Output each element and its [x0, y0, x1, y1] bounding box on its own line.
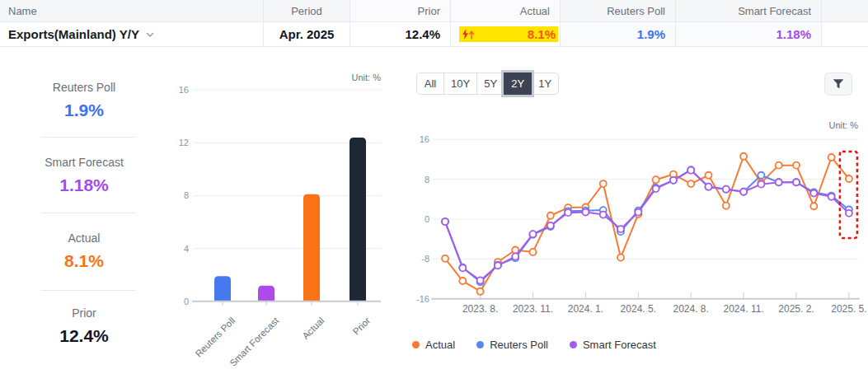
chart-legend: ActualReuters PollSmart Forecast	[412, 339, 656, 351]
data-point	[600, 212, 607, 218]
data-point	[530, 249, 537, 255]
line-x-label: 2024. 1.	[568, 303, 603, 315]
history-line-chart: Unit: %1680-8-162023. 8.2023. 11.2024. 1…	[408, 107, 868, 323]
summary-panel: Reuters Poll1.9%Smart Forecast1.18%Actua…	[0, 47, 161, 374]
summary-label: Actual	[0, 231, 168, 245]
data-point	[442, 255, 448, 262]
indicator-table: Name Period Prior Actual Reuters Poll Sm…	[0, 0, 868, 47]
latest-point-highlight-box	[840, 152, 857, 238]
data-point	[758, 172, 764, 179]
comparison-bar-chart: Unit: %0481216Reuters PollSmart Forecast…	[161, 49, 408, 374]
legend-item-smart-forecast[interactable]: Smart Forecast	[570, 339, 656, 351]
bar-smart-forecast	[258, 286, 274, 302]
line-x-label: 2023. 8.	[462, 303, 498, 315]
col-header-smart-forecast: Smart Forecast	[676, 0, 822, 21]
legend-dot	[412, 341, 420, 348]
legend-label: Smart Forecast	[583, 339, 656, 351]
data-point	[758, 181, 764, 188]
data-point	[810, 203, 817, 209]
bar-x-label: Actual	[300, 316, 326, 341]
legend-item-reuters-poll[interactable]: Reuters Poll	[476, 339, 548, 351]
time-range-selector: All10Y5Y2Y1Y	[416, 72, 559, 95]
svg-text:-8: -8	[421, 254, 429, 264]
summary-item-prior: Prior12.4%	[0, 306, 168, 346]
summary-item-reuters-poll: Reuters Poll1.9%	[0, 80, 168, 120]
svg-text:16: 16	[179, 85, 189, 95]
data-point	[442, 218, 448, 225]
summary-value: 8.1%	[0, 251, 168, 271]
divider	[41, 290, 136, 291]
series-smart-forecast	[442, 167, 852, 284]
data-point	[547, 213, 554, 219]
divider	[41, 213, 136, 213]
range-button-2y[interactable]: 2Y	[504, 72, 532, 95]
data-point	[846, 210, 852, 217]
bar-prior	[350, 138, 366, 302]
indicator-name: Exports(Mainland) Y/Y	[8, 27, 139, 41]
period-value: Apr. 2025	[279, 27, 335, 41]
bar-reuters-poll	[214, 276, 231, 301]
data-point	[600, 180, 607, 187]
legend-dot	[570, 341, 577, 348]
reuters-poll-value: 1.9%	[637, 27, 665, 41]
data-point	[687, 167, 694, 174]
filter-icon	[831, 77, 846, 91]
row-spacer	[822, 22, 868, 46]
range-button-all[interactable]: All	[416, 72, 444, 95]
data-point	[740, 153, 747, 160]
data-point	[530, 231, 537, 237]
summary-label: Prior	[0, 306, 168, 320]
line-x-label: 2023. 11.	[513, 303, 553, 315]
filter-button[interactable]	[824, 72, 852, 96]
svg-text:4: 4	[184, 244, 189, 254]
summary-value: 1.9%	[0, 101, 168, 120]
data-point	[776, 162, 782, 169]
range-button-1y[interactable]: 1Y	[531, 72, 559, 95]
data-point	[793, 162, 800, 169]
range-button-10y[interactable]: 10Y	[443, 72, 477, 95]
line-x-label: 2024. 11.	[724, 303, 764, 315]
data-point	[670, 177, 677, 184]
chevron-down-icon[interactable]	[145, 30, 155, 40]
bar-x-label: Reuters Poll	[194, 316, 237, 359]
data-point	[617, 226, 624, 232]
col-header-name: Name	[0, 0, 264, 21]
data-point	[582, 209, 589, 216]
col-header-period: Period	[264, 0, 350, 21]
line-x-label: 2024. 5.	[621, 303, 656, 315]
svg-text:0: 0	[425, 214, 429, 224]
summary-value: 12.4%	[0, 326, 168, 346]
bar-x-label: Prior	[351, 316, 373, 337]
data-point	[477, 277, 484, 283]
svg-text:8: 8	[184, 190, 189, 200]
bar-unit-label: Unit: %	[352, 72, 382, 82]
actual-value: 8.1%	[528, 27, 556, 41]
line-unit-label: Unit: %	[829, 120, 859, 130]
indicator-name-cell[interactable]: Exports(Mainland) Y/Y	[0, 22, 264, 46]
table-row: Exports(Mainland) Y/Y Apr. 2025 12.4%	[0, 22, 868, 47]
divider	[41, 137, 136, 138]
range-button-5y[interactable]: 5Y	[476, 72, 504, 95]
data-point	[617, 255, 624, 261]
svg-text:16: 16	[420, 134, 429, 144]
data-point	[793, 179, 800, 185]
data-point	[706, 172, 712, 179]
data-point	[828, 154, 835, 161]
legend-item-actual[interactable]: Actual	[412, 339, 455, 351]
summary-label: Reuters Poll	[0, 80, 168, 95]
data-point	[846, 175, 852, 182]
smart-forecast-value: 1.18%	[776, 27, 811, 41]
bar-series	[214, 138, 366, 302]
data-point	[495, 262, 501, 269]
col-header-spacer	[822, 0, 868, 21]
reuters-poll-cell: 1.9%	[561, 22, 676, 46]
summary-value: 1.18%	[0, 175, 168, 195]
data-point	[459, 264, 466, 271]
svg-text:0: 0	[184, 297, 189, 306]
flash-up-icon	[462, 29, 475, 40]
data-point	[776, 179, 782, 185]
prior-cell: 12.4%	[350, 22, 451, 46]
data-point	[706, 184, 712, 190]
data-point	[687, 180, 694, 187]
summary-label: Smart Forecast	[0, 155, 168, 170]
